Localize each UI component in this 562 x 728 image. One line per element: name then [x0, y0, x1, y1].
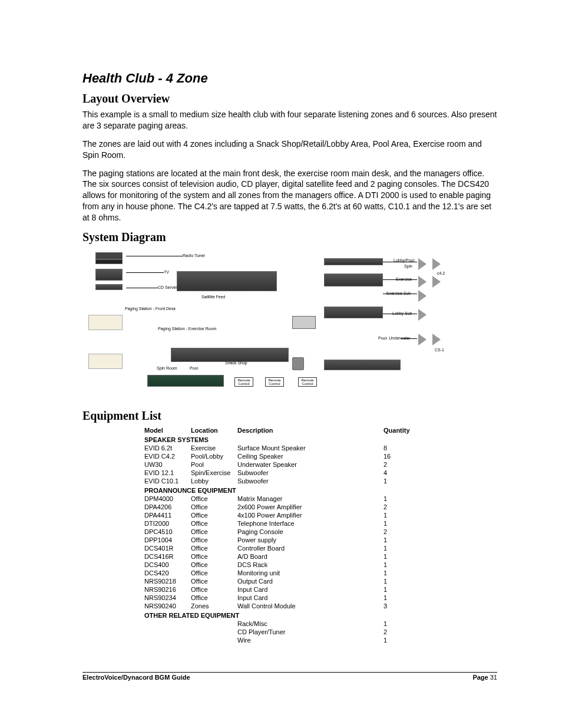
- col-quantity: Quantity: [384, 426, 415, 434]
- table-row: DTI2000OfficeTelephone Interface1: [144, 519, 415, 528]
- footer-page-label: Page: [472, 674, 488, 681]
- table-row: DPA4206Office2x600 Power Amplifier2: [144, 503, 415, 511]
- table-row: DPA4411Office4x100 Power Amplifier1: [144, 511, 415, 519]
- paragraph-overview-3: The paging stations are located at the m…: [82, 168, 497, 223]
- table-row: Rack/Misc1: [144, 620, 415, 628]
- table-row: NRS90216OfficeInput Card1: [144, 585, 415, 594]
- table-row: DCS416ROfficeA/D Board1: [144, 552, 415, 561]
- table-row: CD Player/Tuner2: [144, 628, 415, 636]
- footer-right: Page 31: [472, 674, 497, 681]
- col-description: Description: [237, 426, 384, 434]
- heading-equipment-list: Equipment List: [82, 409, 497, 423]
- label-snack-shop: Snack Shop: [225, 361, 247, 365]
- table-row: DPP1004OfficePower supply1: [144, 536, 415, 544]
- table-group-header: PROANNOUNCE EQUIPMENT: [144, 485, 415, 495]
- box-remote-2: Remote Control: [265, 377, 284, 387]
- label-spin-room: Spin Room: [157, 366, 177, 370]
- col-location: Location: [191, 426, 237, 434]
- footer-page-number: 31: [490, 674, 497, 681]
- table-row: NRS90218OfficeOutput Card1: [144, 577, 415, 585]
- table-row: EVID 6.2tExerciseSurface Mount Speaker8: [144, 444, 415, 452]
- label-paging-front: Paging Station - Front Desk: [125, 307, 176, 311]
- label-pool: Pool: [190, 366, 198, 370]
- paragraph-overview-1: This example is a small to medium size h…: [82, 109, 497, 131]
- table-row: DPM4000OfficeMatrix Manager1: [144, 495, 415, 503]
- table-row: DCS400OfficeDCS Rack1: [144, 561, 415, 569]
- table-group-header: SPEAKER SYSTEMS: [144, 434, 415, 444]
- table-row: DCS401ROfficeController Board1: [144, 544, 415, 552]
- box-remote-1: Remote Control: [234, 377, 253, 387]
- equipment-table: Model Location Description Quantity SPEA…: [144, 426, 415, 644]
- table-row: EVID C4.2Pool/LobbyCeiling Speaker16: [144, 452, 415, 460]
- paragraph-overview-2: The zones are laid out with 4 zones incl…: [82, 139, 497, 161]
- col-model: Model: [144, 426, 191, 434]
- table-header-row: Model Location Description Quantity: [144, 426, 415, 434]
- table-row: DCS420OfficeMonitoring unit1: [144, 569, 415, 577]
- system-diagram: Radio Tuner TV CD Server Satillite Feed …: [88, 248, 442, 401]
- table-row: UW30PoolUnderwater Speaker2: [144, 460, 415, 469]
- table-group-header: OTHER RELATED EQUIPMENT: [144, 610, 415, 620]
- heading-layout-overview: Layout Overview: [82, 92, 497, 106]
- label-spin: Spin: [404, 264, 412, 268]
- table-row: EVID 12.1Spin/ExerciseSubwoofer4: [144, 469, 415, 477]
- box-remote-3: Remote Control: [298, 377, 317, 387]
- page-footer: ElectroVoice/Dynacord BGM Guide Page 31: [82, 672, 497, 681]
- label-radio-tuner: Radio Tuner: [183, 253, 205, 258]
- label-c42: c4.2: [437, 271, 445, 275]
- label-paging-exercise: Paging Station - Exercise Room: [158, 327, 216, 331]
- label-tv: TV: [164, 270, 169, 274]
- table-row: Wire1: [144, 636, 415, 644]
- heading-system-diagram: System Diagram: [82, 230, 497, 244]
- footer-left: ElectroVoice/Dynacord BGM Guide: [82, 674, 190, 681]
- label-cd-server: CD Server: [158, 285, 177, 289]
- page-title: Health Club - 4 Zone: [82, 71, 497, 86]
- label-satellite: Satillite Feed: [201, 295, 225, 299]
- table-row: EVID C10.1LobbySubwoofer1: [144, 477, 415, 485]
- label-cs1: CS-1: [435, 348, 444, 352]
- table-row: DPC4510OfficePaging Console2: [144, 528, 415, 536]
- table-row: NRS90234OfficeInput Card1: [144, 594, 415, 602]
- table-row: NRS90240ZonesWall Control Module3: [144, 602, 415, 610]
